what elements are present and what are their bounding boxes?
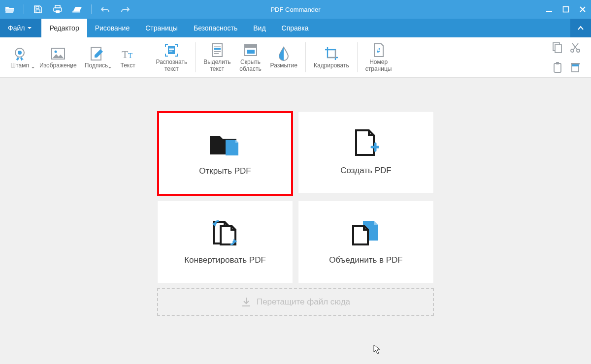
ribbon: Штамп Изображение Подпись TT Текст Распо… <box>0 37 591 78</box>
maximize-button[interactable] <box>558 0 574 19</box>
svg-rect-6 <box>546 11 552 12</box>
undo-icon[interactable] <box>96 0 115 19</box>
convert-pdf-icon <box>210 219 240 246</box>
svg-rect-22 <box>214 51 221 52</box>
svg-rect-21 <box>214 48 221 50</box>
svg-rect-29 <box>555 45 561 53</box>
redo-icon[interactable] <box>115 0 135 19</box>
open-pdf-icon <box>208 131 242 157</box>
minimize-button[interactable] <box>541 0 558 19</box>
workspace: Открыть PDF Создать PDF <box>0 78 591 364</box>
close-button[interactable] <box>574 0 591 19</box>
open-pdf-label: Открыть PDF <box>199 166 251 176</box>
svg-rect-18 <box>169 51 172 52</box>
window-controls <box>541 0 591 19</box>
start-cards: Открыть PDF Создать PDF <box>157 111 434 316</box>
save-icon[interactable] <box>28 0 48 19</box>
image-label: Изображение <box>39 62 77 69</box>
menu-editor[interactable]: Редактор <box>41 19 87 37</box>
print-icon[interactable] <box>48 0 67 19</box>
svg-rect-16 <box>169 48 174 49</box>
ocr-label: Распознатьтекст <box>156 59 188 73</box>
page-number-icon: # <box>372 41 385 59</box>
signature-label: Подпись <box>85 62 108 69</box>
svg-rect-15 <box>168 46 175 54</box>
svg-point-11 <box>54 50 57 53</box>
app-title: PDF Commander <box>270 6 320 13</box>
merge-pdf-label: Объединить в PDF <box>329 255 403 265</box>
menu-drawing[interactable]: Рисование <box>87 19 138 37</box>
image-icon <box>51 45 66 62</box>
signature-icon <box>90 45 103 62</box>
menu-help[interactable]: Справка <box>274 19 317 37</box>
download-icon <box>241 297 252 307</box>
create-pdf-icon <box>353 129 379 157</box>
stamp-button[interactable]: Штамп <box>4 37 35 77</box>
menu-file[interactable]: Файл <box>0 19 41 37</box>
merge-pdf-card[interactable]: Объединить в PDF <box>298 201 434 283</box>
hide-area-button[interactable]: Скрытьобласть <box>235 37 266 77</box>
scan-icon[interactable] <box>67 0 87 19</box>
hide-area-label: Скрытьобласть <box>239 59 261 73</box>
highlight-text-button[interactable]: Выделитьтекст <box>199 37 234 77</box>
convert-pdf-label: Конвертировать PDF <box>184 255 266 265</box>
svg-rect-23 <box>214 53 219 54</box>
svg-rect-7 <box>563 7 569 12</box>
highlight-icon <box>210 41 224 59</box>
page-number-button[interactable]: # Номерстраницы <box>361 37 396 77</box>
svg-rect-32 <box>554 63 561 72</box>
cut-icon[interactable] <box>567 39 583 57</box>
svg-rect-33 <box>556 62 559 64</box>
svg-rect-0 <box>36 6 39 8</box>
highlight-label: Выделитьтекст <box>203 59 230 73</box>
svg-rect-20 <box>214 46 221 47</box>
page-number-label: Номерстраницы <box>365 59 392 73</box>
menu-pages[interactable]: Страницы <box>137 19 186 37</box>
title-bar-left <box>0 0 135 19</box>
delete-icon[interactable] <box>567 59 583 76</box>
image-button[interactable]: Изображение <box>35 37 81 77</box>
stamp-icon <box>12 45 27 62</box>
stamp-label: Штамп <box>10 62 29 69</box>
open-file-icon[interactable] <box>0 0 20 19</box>
svg-rect-19 <box>212 44 222 57</box>
svg-rect-1 <box>36 10 40 12</box>
svg-rect-5 <box>72 11 80 13</box>
dropzone[interactable]: Перетащите файл сюда <box>157 288 434 316</box>
blur-button[interactable]: Размытие <box>266 37 301 77</box>
ocr-icon <box>164 41 179 59</box>
svg-point-9 <box>18 51 22 55</box>
svg-text:#: # <box>377 47 380 54</box>
create-pdf-card[interactable]: Создать PDF <box>298 111 434 194</box>
paste-icon[interactable] <box>550 59 565 76</box>
crop-label: Кадрировать <box>314 62 349 69</box>
crop-icon <box>324 45 339 62</box>
menu-bar: Файл Редактор Рисование Страницы Безопас… <box>0 19 591 37</box>
svg-rect-36 <box>572 64 579 66</box>
hide-area-icon <box>244 41 258 59</box>
collapse-ribbon-button[interactable] <box>570 19 591 37</box>
blur-label: Размытие <box>270 62 297 69</box>
text-icon: TT <box>121 45 135 62</box>
create-pdf-label: Создать PDF <box>340 166 391 176</box>
svg-text:T: T <box>122 48 129 60</box>
svg-text:T: T <box>128 52 132 60</box>
title-bar: PDF Commander <box>0 0 591 19</box>
open-pdf-card[interactable]: Открыть PDF <box>157 111 293 196</box>
ocr-button[interactable]: Распознатьтекст <box>152 37 192 77</box>
menu-view[interactable]: Вид <box>245 19 273 37</box>
svg-rect-25 <box>245 45 257 48</box>
svg-rect-35 <box>571 63 580 64</box>
svg-rect-17 <box>169 49 174 50</box>
dropzone-label: Перетащите файл сюда <box>257 297 350 307</box>
copy-icon[interactable] <box>550 39 565 57</box>
merge-pdf-icon <box>350 219 382 246</box>
menu-security[interactable]: Безопасность <box>186 19 245 37</box>
signature-button[interactable]: Подпись <box>81 37 112 77</box>
blur-icon <box>278 45 290 62</box>
text-button[interactable]: TT Текст <box>112 37 144 77</box>
svg-rect-26 <box>247 50 255 54</box>
text-label: Текст <box>120 62 135 69</box>
convert-pdf-card[interactable]: Конвертировать PDF <box>157 201 293 283</box>
crop-button[interactable]: Кадрировать <box>310 37 353 77</box>
